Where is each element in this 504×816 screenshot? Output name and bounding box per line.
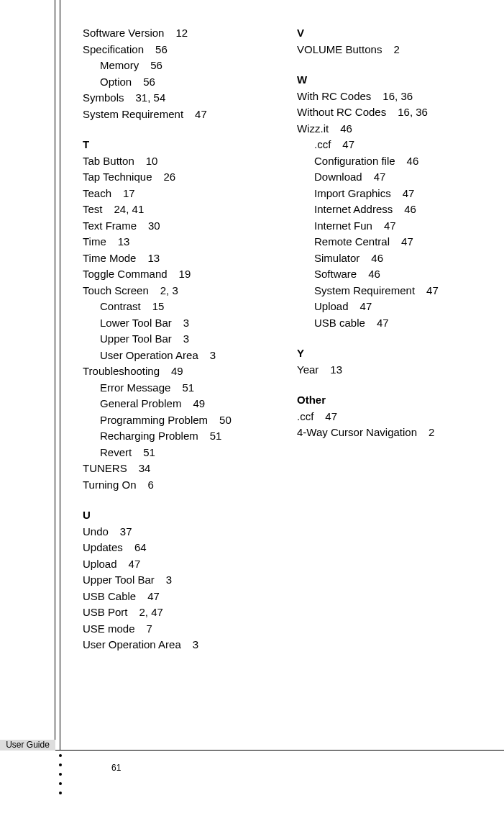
index-entry: Wizz.it46 xyxy=(297,121,490,137)
index-pages: 51 xyxy=(210,430,222,442)
index-term: USB Port xyxy=(83,606,128,618)
index-heading: U xyxy=(83,507,275,524)
index-pages: 49 xyxy=(193,397,205,409)
index-entry: Tab Button10 xyxy=(83,153,275,170)
index-pages: 13 xyxy=(147,252,160,264)
index-term: Tab Button xyxy=(83,155,134,167)
index-entry: Software46 xyxy=(297,266,490,283)
index-pages: 47 xyxy=(377,317,389,329)
index-pages: 47 xyxy=(403,187,415,199)
index-pages: 50 xyxy=(219,414,232,426)
index-entry: Test24, 41 xyxy=(83,201,275,218)
margin-dots xyxy=(60,750,61,794)
index-term: Upper Tool Bar xyxy=(100,332,172,345)
footer-line xyxy=(0,750,504,751)
index-entry: Upper Tool Bar3 xyxy=(83,331,275,348)
index-pages: 49 xyxy=(171,365,183,377)
index-pages: 24, 41 xyxy=(114,203,145,215)
index-term: With RC Codes xyxy=(297,90,371,102)
index-entry: USB Port2, 47 xyxy=(83,604,275,621)
index-entry: Remote Central47 xyxy=(297,234,490,250)
index-entry: Lower Tool Bar3 xyxy=(83,315,275,332)
index-term: Recharging Problem xyxy=(100,430,198,442)
index-pages: 13 xyxy=(118,235,130,248)
index-term: Upload xyxy=(83,558,117,570)
index-pages: 47 xyxy=(195,108,207,120)
index-entry: Revert51 xyxy=(83,445,275,461)
index-term: Tap Technique xyxy=(83,171,152,183)
index-entry: Year13 xyxy=(297,362,490,378)
index-pages: 2, 47 xyxy=(139,606,163,618)
index-content: Software Version12Specification56Memory5… xyxy=(83,25,490,653)
index-pages: 17 xyxy=(123,187,135,199)
index-entry: System Requirement47 xyxy=(297,283,490,299)
index-term: Time xyxy=(83,235,106,248)
index-pages: 46 xyxy=(404,203,416,215)
index-entry: Download47 xyxy=(297,169,490,186)
index-entry: Configuration file46 xyxy=(297,153,490,170)
index-entry: System Requirement47 xyxy=(83,106,275,123)
index-entry: User Operation Area3 xyxy=(83,348,275,364)
index-heading: V xyxy=(297,25,490,42)
index-term: Wizz.it xyxy=(297,122,329,135)
index-pages: 37 xyxy=(120,525,132,538)
index-pages: 47 xyxy=(401,235,413,248)
index-term: Download xyxy=(314,171,362,183)
index-entry: User Operation Area3 xyxy=(83,637,275,653)
index-entry: Software Version12 xyxy=(83,25,275,42)
index-entry: Turning On6 xyxy=(83,477,275,494)
index-entry: Troubleshooting49 xyxy=(83,363,275,380)
index-term: User Operation Area xyxy=(83,638,181,650)
index-term: Touch Screen xyxy=(83,284,149,296)
page-number: 61 xyxy=(111,763,121,773)
index-pages: 51 xyxy=(143,446,155,458)
index-term: Software xyxy=(314,268,357,280)
index-heading: Other xyxy=(297,392,490,409)
index-term: Lower Tool Bar xyxy=(100,317,172,329)
index-term: Programming Problem xyxy=(100,414,208,426)
index-pages: 56 xyxy=(143,76,155,88)
index-term: Updates xyxy=(83,541,123,553)
index-term: VOLUME Buttons xyxy=(297,43,382,55)
index-term: USB Cable xyxy=(83,590,136,602)
index-term: Teach xyxy=(83,187,111,199)
index-pages: 47 xyxy=(325,410,337,422)
index-pages: 47 xyxy=(129,558,141,570)
index-pages: 47 xyxy=(342,138,354,150)
index-entry: General Problem49 xyxy=(83,396,275,412)
index-pages: 2 xyxy=(393,43,399,55)
index-pages: 6 xyxy=(147,479,153,491)
index-pages: 46 xyxy=(407,155,419,167)
index-term: Internet Fun xyxy=(314,219,372,232)
index-pages: 2 xyxy=(429,426,434,438)
index-entry: Without RC Codes16, 36 xyxy=(297,104,490,121)
index-pages: 3 xyxy=(183,332,189,345)
index-heading: T xyxy=(83,137,275,153)
index-entry: Updates64 xyxy=(83,540,275,556)
index-term: Test xyxy=(83,203,103,215)
index-term: Contrast xyxy=(100,300,141,312)
index-entry: .ccf47 xyxy=(297,409,490,425)
index-pages: 31, 54 xyxy=(136,91,166,104)
index-term: Memory xyxy=(100,59,139,71)
index-pages: 34 xyxy=(139,462,151,474)
index-pages: 26 xyxy=(163,171,175,183)
index-term: Error Message xyxy=(100,381,170,394)
index-term: Without RC Codes xyxy=(297,106,386,118)
index-entry: Toggle Command19 xyxy=(83,266,275,283)
index-term: Simulator xyxy=(314,252,359,264)
index-term: Toggle Command xyxy=(83,268,168,280)
index-pages: 56 xyxy=(155,43,168,55)
index-entry: Upper Tool Bar3 xyxy=(83,572,275,589)
index-entry: Import Graphics47 xyxy=(297,186,490,202)
index-term: TUNERS xyxy=(83,462,127,474)
index-term: USE mode xyxy=(83,622,135,635)
index-pages: 7 xyxy=(147,622,152,635)
index-entry: Simulator46 xyxy=(297,250,490,267)
index-pages: 10 xyxy=(146,155,158,167)
index-term: Undo xyxy=(83,525,109,538)
index-column-right: VVOLUME Buttons2WWith RC Codes16, 36With… xyxy=(297,25,490,653)
index-pages: 30 xyxy=(148,219,160,232)
index-entry: USB cable47 xyxy=(297,315,490,332)
index-term: Time Mode xyxy=(83,252,136,264)
